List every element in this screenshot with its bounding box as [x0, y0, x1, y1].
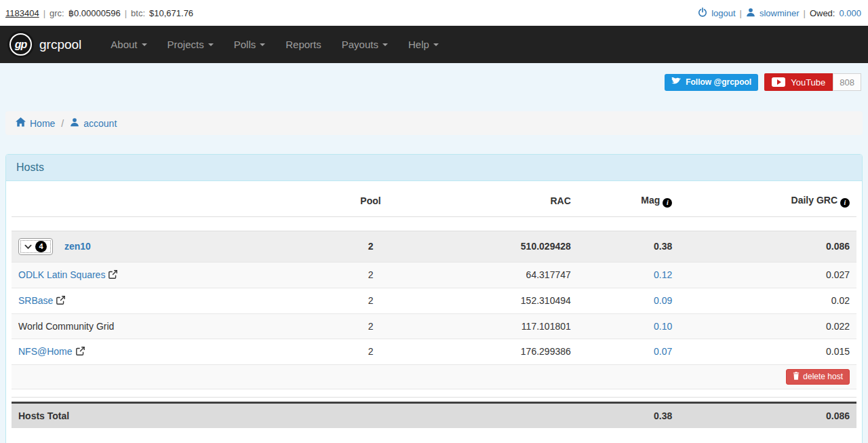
- header-mag: Magi: [578, 187, 679, 217]
- chevron-down-icon: [24, 242, 32, 252]
- project-daily-value: 0.015: [679, 339, 856, 364]
- table-header-row: Pool RAC Magi Daily GRCi: [12, 187, 856, 217]
- host-daily-value: 0.086: [679, 231, 856, 262]
- hosts-panel-body: Pool RAC Magi Daily GRCi 4: [6, 181, 862, 443]
- power-icon: [698, 7, 707, 19]
- project-link[interactable]: SRBase: [18, 295, 53, 306]
- project-link[interactable]: ODLK Latin Squares: [18, 269, 105, 280]
- nav-help-label: Help: [408, 39, 429, 50]
- spacer-row: [12, 389, 856, 398]
- separator: |: [43, 8, 45, 18]
- home-icon: [16, 117, 26, 129]
- youtube-play-icon: [772, 77, 785, 87]
- total-daily-value: 0.086: [679, 402, 856, 428]
- chevron-down-icon: [433, 43, 439, 46]
- table-row-project: SRBase 2 152.310494 0.09 0.02: [12, 288, 856, 313]
- external-link-icon: [56, 296, 65, 307]
- info-icon[interactable]: i: [663, 198, 672, 208]
- nav-reports[interactable]: Reports: [275, 26, 332, 63]
- delete-host-row: delete host: [12, 364, 856, 389]
- delete-host-button[interactable]: delete host: [786, 369, 850, 385]
- spacer-row: [12, 217, 856, 231]
- external-link-icon: [108, 270, 117, 281]
- project-rac-value: 176.299386: [434, 339, 578, 364]
- nav-payouts-label: Payouts: [342, 39, 378, 50]
- brand-name: grcpool: [39, 37, 81, 52]
- project-daily-value: 0.022: [679, 313, 856, 339]
- nav-projects-label: Projects: [167, 39, 204, 50]
- project-name-text: World Community Grid: [18, 321, 114, 332]
- breadcrumb-account-link[interactable]: account: [70, 117, 117, 129]
- youtube-subscriber-count: 808: [833, 73, 861, 91]
- project-pool-value: 2: [307, 313, 434, 339]
- header-daily-grc-label: Daily GRC: [791, 195, 837, 206]
- btc-price: $10,671.76: [149, 8, 193, 18]
- grc-label: grc:: [50, 8, 64, 18]
- chevron-down-icon: [142, 43, 147, 46]
- project-rac-value: 117.101801: [434, 313, 578, 339]
- project-pool-value: 2: [307, 339, 434, 364]
- expand-host-button[interactable]: 4: [18, 238, 53, 255]
- twitter-icon: [671, 77, 681, 88]
- youtube-widget: YouTube 808: [764, 73, 861, 91]
- project-mag-link[interactable]: 0.10: [654, 321, 672, 332]
- project-mag-link[interactable]: 0.09: [654, 295, 672, 306]
- hosts-total-row: Hosts Total 0.38 0.086: [12, 402, 856, 428]
- header-pool: Pool: [307, 187, 434, 217]
- chevron-down-icon: [382, 43, 388, 46]
- social-buttons-row: Follow @grcpool YouTube 808: [0, 73, 861, 91]
- breadcrumb-home-label: Home: [30, 118, 55, 129]
- nav-polls-label: Polls: [234, 39, 256, 50]
- table-row-project: NFS@Home 2 176.299386 0.07 0.015: [12, 339, 856, 364]
- user-icon: [746, 7, 755, 19]
- project-count-badge: 4: [35, 241, 47, 252]
- header-daily-grc: Daily GRCi: [679, 187, 856, 217]
- nav-polls[interactable]: Polls: [224, 26, 276, 63]
- nav-about-label: About: [111, 39, 137, 50]
- chevron-down-icon: [260, 43, 265, 46]
- username-link[interactable]: slowminer: [760, 8, 800, 18]
- project-mag-link[interactable]: 0.07: [654, 346, 672, 357]
- main-navbar: gp grcpool About Projects Polls Reports …: [0, 26, 868, 63]
- youtube-label: YouTube: [791, 77, 825, 88]
- project-mag-link[interactable]: 0.12: [654, 269, 672, 280]
- brand-logo[interactable]: gp grcpool: [9, 33, 81, 56]
- project-rac-value: 64.317747: [434, 262, 578, 288]
- nav-payouts[interactable]: Payouts: [332, 26, 398, 63]
- grc-price: ฿0.00000596: [68, 8, 121, 18]
- breadcrumb-account-label: account: [83, 118, 117, 129]
- trash-icon: [793, 372, 800, 382]
- project-link[interactable]: NFS@Home: [18, 346, 73, 357]
- session-controls: logout | slowminer | Owed: 0.000: [698, 7, 861, 19]
- host-mag-value: 0.38: [578, 231, 679, 262]
- header-host: [12, 187, 307, 217]
- owed-amount[interactable]: 0.000: [839, 8, 861, 18]
- block-number-link[interactable]: 1183404: [5, 8, 39, 18]
- chevron-down-icon: [208, 43, 214, 46]
- youtube-button[interactable]: YouTube: [764, 73, 833, 91]
- project-daily-value: 0.027: [679, 262, 856, 288]
- btc-label: btc:: [131, 8, 145, 18]
- breadcrumb: Home / account: [5, 111, 863, 135]
- nav-projects[interactable]: Projects: [157, 26, 224, 63]
- external-link-icon: [76, 347, 85, 358]
- table-row-project: World Community Grid 2 117.101801 0.10 0…: [12, 313, 856, 339]
- nav-about[interactable]: About: [100, 26, 157, 63]
- owed-label: Owed:: [810, 8, 835, 18]
- nav-reports-label: Reports: [285, 39, 321, 50]
- nav-help[interactable]: Help: [398, 26, 449, 63]
- twitter-follow-label: Follow @grcpool: [686, 77, 751, 87]
- project-pool-value: 2: [307, 288, 434, 313]
- project-rac-value: 152.310494: [434, 288, 578, 313]
- project-daily-value: 0.02: [679, 288, 856, 313]
- host-name-link[interactable]: zen10: [64, 241, 91, 252]
- breadcrumb-home-link[interactable]: Home: [16, 117, 55, 129]
- hosts-panel-title: Hosts: [6, 155, 862, 181]
- top-status-bar: 1183404 | grc: ฿0.00000596 | btc: $10,67…: [0, 0, 868, 26]
- info-icon[interactable]: i: [840, 198, 850, 208]
- total-rac-empty: [434, 402, 578, 428]
- twitter-follow-button[interactable]: Follow @grcpool: [665, 74, 758, 91]
- logout-link[interactable]: logout: [711, 8, 735, 18]
- header-rac: RAC: [434, 187, 578, 217]
- table-row-project: ODLK Latin Squares 2 64.317747 0.12 0.02…: [12, 262, 856, 288]
